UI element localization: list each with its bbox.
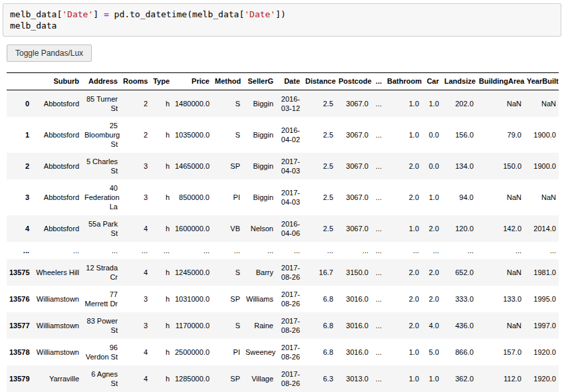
column-header: Type xyxy=(150,73,172,90)
table-cell: Sweeney xyxy=(243,339,276,365)
table-row: 13577Williamstown83 Power St3h1170000.0S… xyxy=(7,312,559,339)
table-cell: 2.0 xyxy=(384,312,422,339)
table-cell: 2 xyxy=(120,117,150,153)
table-cell: 866.0 xyxy=(442,339,476,365)
table-cell: 1.0 xyxy=(384,90,422,118)
table-cell: ... xyxy=(524,242,559,259)
column-header: Rooms xyxy=(120,73,150,90)
table-cell: 134.0 xyxy=(442,153,476,179)
table-cell: S xyxy=(212,117,243,153)
table-cell: 77 Merrett Dr xyxy=(82,286,120,312)
table-cell: 1.0 xyxy=(422,90,442,118)
table-cell: S xyxy=(212,90,243,118)
table-cell: 2017-04-03 xyxy=(276,153,303,179)
table-cell: 3067.0 xyxy=(336,215,371,242)
table-cell: ... xyxy=(371,117,384,153)
row-index: 1 xyxy=(7,117,32,153)
table-cell: 1285000.0 xyxy=(172,365,212,392)
table-cell: ... xyxy=(422,242,442,259)
table-cell: 1920.0 xyxy=(524,365,559,392)
table-cell: 156.0 xyxy=(442,117,476,153)
table-cell: 2 xyxy=(120,90,150,118)
table-cell: PI xyxy=(212,339,243,365)
table-cell: 133.0 xyxy=(476,286,524,312)
table-cell: 0.0 xyxy=(422,117,442,153)
table-cell: h xyxy=(150,117,172,153)
table-cell: 2016-04-02 xyxy=(276,117,303,153)
column-header: Landsize xyxy=(442,73,476,90)
table-cell: 25 Bloomburg St xyxy=(82,117,120,153)
table-cell: ... xyxy=(82,242,120,259)
table-cell: 3067.0 xyxy=(336,153,371,179)
table-cell: 6.8 xyxy=(303,286,336,312)
table-cell: 2.0 xyxy=(384,286,422,312)
table-cell: VB xyxy=(212,215,243,242)
table-cell: 362.0 xyxy=(442,365,476,392)
table-cell: Wheelers Hill xyxy=(32,259,82,286)
table-cell: ... xyxy=(303,242,336,259)
table-cell: 6 Agnes St xyxy=(82,365,120,392)
table-cell: 1035000.0 xyxy=(172,117,212,153)
row-index: 13579 xyxy=(7,365,32,392)
table-cell: h xyxy=(150,312,172,339)
table-cell: 2014.0 xyxy=(524,215,559,242)
table-cell: 1.0 xyxy=(384,339,422,365)
row-index: 2 xyxy=(7,153,32,179)
toggle-pandas-lux-button[interactable]: Toggle Pandas/Lux xyxy=(7,45,92,62)
table-cell: 2.5 xyxy=(303,179,336,215)
table-cell: 142.0 xyxy=(476,215,524,242)
table-cell: 112.0 xyxy=(476,365,524,392)
table-cell: 83 Power St xyxy=(82,312,120,339)
table-cell: 4 xyxy=(120,365,150,392)
table-cell: 2.5 xyxy=(303,153,336,179)
table-cell: h xyxy=(150,179,172,215)
table-cell: 2017-08-26 xyxy=(276,339,303,365)
table-cell: ... xyxy=(150,242,172,259)
table-cell: Williamstown xyxy=(32,339,82,365)
column-header: ... xyxy=(371,73,384,90)
table-cell: Abbotsford xyxy=(32,179,82,215)
table-cell: 1.0 xyxy=(422,365,442,392)
table-cell: 1900.0 xyxy=(524,153,559,179)
column-header: Car xyxy=(422,73,442,90)
table-cell: Yarraville xyxy=(32,365,82,392)
table-cell: 1031000.0 xyxy=(172,286,212,312)
table-cell: 1465000.0 xyxy=(172,153,212,179)
table-cell: ... xyxy=(172,242,212,259)
table-cell: ... xyxy=(371,339,384,365)
table-cell: 157.0 xyxy=(476,339,524,365)
table-cell: ... xyxy=(476,242,524,259)
table-cell: 3016.0 xyxy=(336,286,371,312)
table-cell: ... xyxy=(371,179,384,215)
table-cell: 3013.0 xyxy=(336,365,371,392)
table-cell: Williamstown xyxy=(32,312,82,339)
table-header-row: SuburbAddressRoomsTypePriceMethodSellerG… xyxy=(7,73,559,90)
column-header: Address xyxy=(82,73,120,90)
column-header: BuildingArea xyxy=(476,73,524,90)
table-cell: 1995.0 xyxy=(524,286,559,312)
table-cell: 3 xyxy=(120,286,150,312)
table-cell: 2.0 xyxy=(384,179,422,215)
table-row: 13576Williamstown77 Merrett Dr3h1031000.… xyxy=(7,286,559,312)
table-cell: h xyxy=(150,215,172,242)
table-cell: Abbotsford xyxy=(32,117,82,153)
table-cell: 2500000.0 xyxy=(172,339,212,365)
table-cell: 85 Turner St xyxy=(82,90,120,118)
table-cell: 2017-04-03 xyxy=(276,179,303,215)
table-body: 0Abbotsford85 Turner St2h1480000.0SBiggi… xyxy=(7,90,559,392)
row-index: 3 xyxy=(7,179,32,215)
table-cell: 150.0 xyxy=(476,153,524,179)
table-cell: h xyxy=(150,365,172,392)
column-header: Price xyxy=(172,73,212,90)
table-cell: Abbotsford xyxy=(32,90,82,118)
table-cell: 436.0 xyxy=(442,312,476,339)
table-row: 13575Wheelers Hill12 Strada Cr4h1245000.… xyxy=(7,259,559,286)
code-cell[interactable]: melb_data['Date'] = pd.to_datetime(melb_… xyxy=(3,3,561,37)
table-row: ........................................… xyxy=(7,242,559,259)
table-cell: 5.0 xyxy=(422,339,442,365)
table-cell: 16.7 xyxy=(303,259,336,286)
table-cell: Biggin xyxy=(243,153,276,179)
table-cell: Biggin xyxy=(243,117,276,153)
table-cell: NaN xyxy=(476,259,524,286)
code-editor[interactable]: melb_data['Date'] = pd.to_datetime(melb_… xyxy=(10,9,554,31)
